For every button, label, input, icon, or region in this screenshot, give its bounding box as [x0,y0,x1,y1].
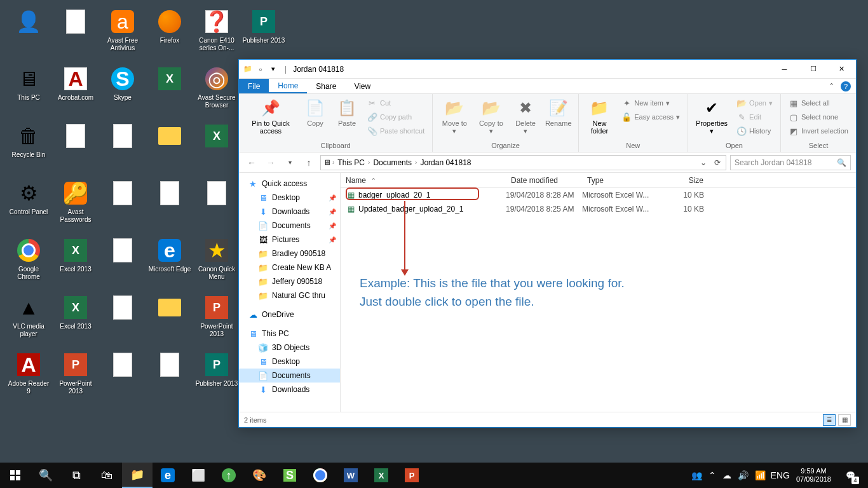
tab-share[interactable]: Share [307,79,345,93]
recent-dropdown[interactable]: ▾ [282,155,297,170]
quick-access-toolbar[interactable]: 📁 ▫ ▾ [243,64,278,74]
nav-onedrive[interactable]: ☁OneDrive [239,308,340,322]
collapse-ribbon-icon[interactable]: ⌃ [829,82,834,90]
column-date[interactable]: Date modified [506,176,582,185]
desktop-icon[interactable] [52,119,99,177]
desktop-icon[interactable]: 🖥This PC [5,62,52,119]
desktop-icon[interactable]: ★Canon Quick Menu [193,234,240,291]
chevron-up-icon[interactable]: ⌃ [709,470,716,480]
refresh-icon[interactable]: ⟳ [712,157,723,168]
wifi-icon[interactable]: 📶 [755,470,764,480]
app-taskbar[interactable]: ↑ [214,463,244,488]
paint-taskbar[interactable]: 🎨 [244,463,275,488]
column-size[interactable]: Size [658,176,709,185]
search-button[interactable]: 🔍 [31,463,61,488]
back-button[interactable]: ← [244,155,259,170]
tab-file[interactable]: File [239,79,269,93]
nav-downloads-pc[interactable]: ⬇Downloads [239,383,340,396]
desktop-icon[interactable] [193,177,240,234]
paste-button[interactable]: 📋Paste [333,97,361,128]
app-taskbar[interactable]: ⬜ [183,463,214,488]
nav-documents-pc[interactable]: 📄Documents [239,369,340,383]
nav-folder[interactable]: 📁Jeffery 090518 [239,274,340,288]
qat-icon[interactable]: ▫ [255,64,266,74]
desktop-icon[interactable]: ▲VLC media player [5,291,52,348]
nav-desktop-pc[interactable]: 🖥Desktop [239,355,340,369]
desktop-icon[interactable] [146,177,193,234]
maximize-button[interactable]: ☐ [799,60,827,79]
desktop-icon[interactable]: ◎Avast Secure Browser [193,62,240,119]
desktop-icon[interactable] [146,119,193,177]
powerpoint-taskbar[interactable]: P [397,463,427,488]
copy-to-button[interactable]: 📂Copy to ▾ [475,97,507,136]
column-type[interactable]: Type [582,176,658,185]
file-row[interactable]: ▦Updated_badger_upload_20_1 19/04/2018 8… [341,202,856,216]
desktop-icon[interactable] [99,348,146,405]
desktop-icon[interactable]: ⚙Control Panel [5,177,52,234]
desktop-icon[interactable]: 👤 [5,5,52,62]
nav-3d-objects[interactable]: 🧊3D Objects [239,341,340,355]
column-headers[interactable]: Name⌃ Date modified Type Size [341,173,856,188]
task-view-button[interactable]: ⧉ [61,463,92,488]
copy-button[interactable]: 📄Copy [301,97,329,128]
new-folder-button[interactable]: 📁New folder [584,97,615,136]
desktop-icon[interactable]: Firefox [146,5,193,62]
desktop-icon[interactable]: AAcrobat.com [52,62,99,119]
open-button[interactable]: 📂Open ▾ [734,97,775,109]
desktop-icon[interactable]: XExcel 2013 [52,234,99,291]
properties-button[interactable]: ✔Properties ▾ [693,97,730,136]
dropdown-icon[interactable]: ⌄ [698,157,709,168]
tab-home[interactable]: Home [269,79,307,93]
history-button[interactable]: 🕓History [734,125,775,137]
desktop-icon[interactable]: X [146,62,193,119]
word-taskbar[interactable]: W [336,463,366,488]
desktop-icon[interactable]: aAvast Free Antivirus [99,5,146,62]
nav-quick-access[interactable]: ★Quick access [239,177,340,191]
desktop-icon[interactable]: Google Chrome [5,234,52,291]
breadcrumb-item[interactable]: This PC [336,158,367,167]
breadcrumb-item[interactable]: Documents [371,158,414,167]
excel-taskbar[interactable]: X [366,463,397,488]
file-list[interactable]: ▦badger_upload_20_1 19/04/2018 8:28 AM M… [341,188,856,412]
chrome-taskbar[interactable] [305,463,336,488]
store-button[interactable]: 🛍 [92,463,122,488]
select-none-button[interactable]: ▢Select none [786,111,851,123]
qat-icon[interactable]: ▾ [268,64,278,74]
nav-folder[interactable]: 📁Create New KB A [239,261,340,274]
search-input[interactable]: Search Jordan 041818 🔍 [730,155,851,170]
desktop-icon[interactable] [99,119,146,177]
up-button[interactable]: ↑ [301,155,316,170]
file-row[interactable]: ▦badger_upload_20_1 19/04/2018 8:28 AM M… [341,188,856,202]
select-all-button[interactable]: ▦Select all [786,97,851,109]
onedrive-tray-icon[interactable]: ☁ [722,470,731,480]
move-to-button[interactable]: 📂Move to ▾ [438,97,471,136]
paste-shortcut-button[interactable]: 📎Paste shortcut [365,125,427,137]
desktop-icon[interactable]: PPublisher 2013 [193,348,240,405]
system-tray[interactable]: 👥 ⌃ ☁ 🔊 📶 ENG 9:59 AM 07/09/2018 💬 4 [686,463,868,488]
file-explorer-taskbar[interactable]: 📁 [122,463,153,488]
delete-button[interactable]: ✖Delete ▾ [511,97,539,136]
edge-taskbar[interactable]: e [153,463,183,488]
desktop-icon[interactable]: PPowerPoint 2013 [193,291,240,348]
nav-this-pc[interactable]: 🖥This PC [239,327,340,341]
breadcrumb[interactable]: 🖥 › This PC › Documents › Jordan 041818 … [320,155,726,170]
desktop-icon[interactable] [146,291,193,348]
pin-to-quick-access-button[interactable]: 📌Pin to Quick access [244,97,297,136]
nav-documents[interactable]: 📄Documents📌 [239,219,340,233]
notifications-button[interactable]: 💬 4 [837,463,863,488]
desktop-icon[interactable]: X [193,119,240,177]
nav-desktop[interactable]: 🖥Desktop📌 [239,191,340,205]
edit-button[interactable]: ✎Edit [734,111,775,123]
view-details-button[interactable]: ≣ [823,414,836,426]
breadcrumb-item[interactable]: Jordan 041818 [418,158,473,167]
volume-icon[interactable]: 🔊 [738,470,749,480]
language-indicator[interactable]: ENG [771,470,790,480]
desktop-icon[interactable] [99,234,146,291]
clock[interactable]: 9:59 AM 07/09/2018 [796,467,831,484]
desktop-icon[interactable]: ❓Canon E410 series On-... [193,5,240,62]
desktop-icon[interactable]: 🗑Recycle Bin [5,119,52,177]
navigation-pane[interactable]: ★Quick access 🖥Desktop📌 ⬇Downloads📌 📄Doc… [239,173,341,412]
nav-downloads[interactable]: ⬇Downloads📌 [239,205,340,219]
desktop-icon[interactable] [99,177,146,234]
help-icon[interactable]: ? [841,81,851,92]
